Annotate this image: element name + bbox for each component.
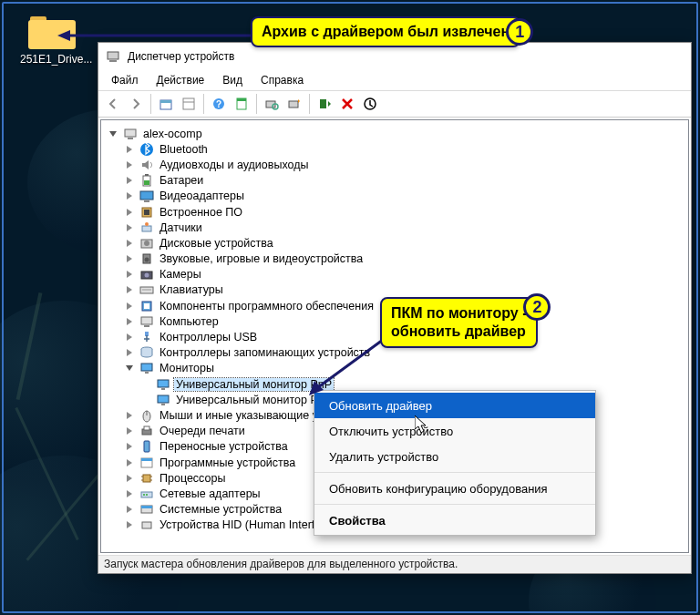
context-menu: Обновить драйвер Отключить устройство Уд… xyxy=(314,390,596,536)
tree-node-label: Звуковые, игровые и видеоустройства xyxy=(158,252,365,265)
callout-1-text: Архив с драйвером был извлечен xyxy=(262,24,510,39)
tree-twisty-icon[interactable] xyxy=(123,174,136,187)
svg-rect-44 xyxy=(161,388,165,390)
tree-category-node[interactable]: Датчики xyxy=(107,220,688,235)
toolbar-help-button[interactable]: ? xyxy=(208,93,230,115)
storage-icon xyxy=(139,345,154,360)
tree-twisty-icon[interactable] xyxy=(123,206,136,219)
tree-category-node[interactable]: Батареи xyxy=(107,173,688,189)
hid-icon xyxy=(139,518,154,532)
tree-node-label: Камеры xyxy=(158,268,203,281)
usb-icon xyxy=(139,330,154,344)
tree-twisty-icon[interactable] xyxy=(123,362,136,374)
keyboard-icon xyxy=(139,282,154,297)
tree-category-node[interactable]: Камеры xyxy=(107,267,688,282)
pc-icon xyxy=(139,314,154,329)
toolbar-properties-button[interactable] xyxy=(231,93,252,115)
toolbar-add-legacy-button[interactable] xyxy=(283,93,305,115)
svg-rect-9 xyxy=(237,98,246,101)
tree-twisty-icon[interactable] xyxy=(123,221,136,234)
tree-twisty-icon[interactable] xyxy=(123,143,136,156)
svg-rect-22 xyxy=(144,200,149,202)
svg-rect-25 xyxy=(142,226,151,231)
callout-2-text-line1: ПКМ по монитору - xyxy=(391,304,527,323)
toolbar-up-button[interactable] xyxy=(155,93,177,115)
tree-twisty-icon[interactable] xyxy=(123,440,136,453)
context-menu-remove-device[interactable]: Удалить устройство xyxy=(314,444,595,469)
battery-icon xyxy=(139,173,154,188)
context-menu-properties[interactable]: Свойства xyxy=(314,507,595,533)
tree-twisty-icon[interactable] xyxy=(139,378,152,391)
svg-rect-15 xyxy=(125,129,136,137)
tree-twisty-icon[interactable] xyxy=(123,237,136,250)
desktop-folder-label: 251E1_Drive... xyxy=(20,53,84,66)
folder-icon xyxy=(28,13,76,49)
tree-twisty-icon[interactable] xyxy=(123,283,136,296)
tree-category-node[interactable]: Bluetooth xyxy=(107,141,688,157)
menu-action[interactable]: Действие xyxy=(149,73,212,87)
tree-node-label: Компьютер xyxy=(158,315,221,328)
svg-rect-36 xyxy=(144,303,149,309)
toolbar: ? xyxy=(98,90,691,118)
svg-rect-51 xyxy=(144,441,149,452)
toolbar-separator xyxy=(203,94,204,114)
tree-twisty-icon[interactable] xyxy=(107,128,119,140)
svg-point-28 xyxy=(144,241,149,246)
menu-view[interactable]: Вид xyxy=(215,73,250,87)
svg-rect-19 xyxy=(145,174,149,176)
tree-twisty-icon[interactable] xyxy=(123,487,136,500)
tree-twisty-icon[interactable] xyxy=(123,409,136,422)
tree-twisty-icon[interactable] xyxy=(123,159,136,171)
tree-category-node[interactable]: Аудиовходы и аудиовыходы xyxy=(107,157,688,172)
desktop-folder[interactable]: 251E1_Drive... xyxy=(20,13,84,66)
tree-category-node[interactable]: Встроенное ПО xyxy=(107,204,688,220)
tree-node-label: Сетевые адаптеры xyxy=(158,487,262,500)
toolbar-separator xyxy=(309,94,310,114)
tree-twisty-icon[interactable] xyxy=(123,518,136,531)
tree-twisty-icon[interactable] xyxy=(123,252,136,265)
tree-twisty-icon[interactable] xyxy=(123,346,136,359)
toolbar-show-hidden-button[interactable] xyxy=(178,93,200,115)
portable-icon xyxy=(139,439,154,454)
svg-rect-43 xyxy=(158,380,169,387)
tree-twisty-icon[interactable] xyxy=(123,268,136,281)
tree-twisty-icon[interactable] xyxy=(123,503,136,516)
tree-node-label: Очереди печати xyxy=(158,425,247,437)
chip-icon xyxy=(139,205,154,220)
tree-twisty-icon[interactable] xyxy=(123,331,136,343)
toolbar-separator xyxy=(150,94,151,114)
svg-point-26 xyxy=(145,222,149,226)
context-menu-scan-hardware[interactable]: Обновить конфигурацию оборудования xyxy=(314,476,595,501)
tree-category-node[interactable]: Дисковые устройства xyxy=(107,235,688,251)
tree-twisty-icon[interactable] xyxy=(123,300,136,313)
callout-1: Архив с драйвером был извлечен 1 xyxy=(251,16,520,47)
svg-rect-0 xyxy=(108,52,118,59)
component-icon xyxy=(139,299,154,313)
toolbar-uninstall-button[interactable] xyxy=(359,93,381,115)
tree-twisty-icon[interactable] xyxy=(123,456,136,469)
context-menu-separator xyxy=(314,504,595,505)
tree-twisty-icon[interactable] xyxy=(123,315,136,328)
toolbar-forward-button[interactable] xyxy=(125,93,147,115)
tree-category-node[interactable]: Клавиатуры xyxy=(107,282,688,298)
tree-category-node[interactable]: Звуковые, игровые и видеоустройства xyxy=(107,251,688,267)
tree-root-node[interactable]: alex-ocomp xyxy=(107,126,688,141)
tree-node-label: Аудиовходы и аудиовыходы xyxy=(158,159,310,171)
tree-twisty-icon[interactable] xyxy=(123,190,136,202)
toolbar-back-button[interactable] xyxy=(102,93,124,115)
menu-file[interactable]: Файл xyxy=(104,73,146,87)
tree-category-node[interactable]: Мониторы xyxy=(107,361,688,376)
tree-category-node[interactable]: Видеоадаптеры xyxy=(107,189,688,204)
toolbar-disable-button[interactable] xyxy=(336,93,358,115)
svg-point-61 xyxy=(146,494,148,496)
toolbar-update-driver-button[interactable] xyxy=(314,93,335,115)
menu-help[interactable]: Справка xyxy=(253,73,311,87)
context-menu-disable-device[interactable]: Отключить устройство xyxy=(314,418,595,444)
window-title: Диспетчер устройств xyxy=(128,50,234,63)
tree-twisty-icon[interactable] xyxy=(123,425,136,437)
context-menu-update-driver[interactable]: Обновить драйвер xyxy=(314,393,595,418)
tree-twisty-icon[interactable] xyxy=(139,394,152,406)
toolbar-scan-button[interactable] xyxy=(261,93,283,115)
tree-node-label: Системные устройства xyxy=(158,503,283,516)
tree-twisty-icon[interactable] xyxy=(123,472,136,485)
